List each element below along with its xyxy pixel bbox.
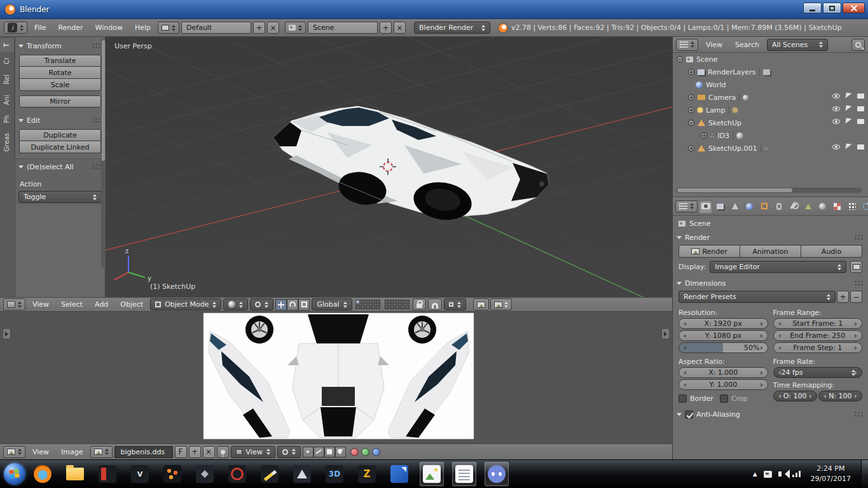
screen-layout-name[interactable]: Default [181, 22, 251, 34]
menu-render[interactable]: Render [53, 22, 88, 34]
render-animation-button[interactable]: Animation [740, 245, 801, 258]
properties-tab-material[interactable] [816, 200, 829, 213]
firefox-icon[interactable] [31, 462, 55, 486]
uv-pivot-dropdown[interactable] [277, 446, 301, 458]
remap-old-field[interactable]: O: 100 [773, 391, 817, 401]
tab-animation[interactable]: Ani [0, 90, 15, 110]
blue-channel-button[interactable] [372, 448, 380, 456]
selectability-cursor-icon[interactable] [845, 92, 851, 99]
threed-app-icon[interactable]: 3D [322, 462, 347, 486]
outliner-row-renderlayers[interactable]: RenderLayers [673, 66, 868, 78]
aspect-y-field[interactable]: Y: 1.000 [679, 379, 768, 390]
display-dropdown[interactable]: Image Editor [710, 261, 846, 273]
tool-shelf-scrollbar[interactable] [101, 39, 106, 268]
display-screen-button[interactable] [850, 261, 862, 273]
layers-grid-2[interactable] [385, 300, 410, 309]
expand-toggle[interactable] [701, 132, 707, 139]
editor-type-selector-properties[interactable] [675, 200, 698, 213]
uv-select-edge-button[interactable] [313, 447, 324, 457]
properties-tab-render[interactable] [699, 200, 712, 213]
remap-new-field[interactable]: N: 100 [818, 391, 862, 401]
deselect-panel-header[interactable]: (De)select All [18, 161, 102, 173]
menu-select[interactable]: Select [56, 298, 88, 310]
menu-outliner-view[interactable]: View [701, 39, 727, 51]
dimensions-panel-header[interactable]: Dimensions [673, 277, 868, 289]
menu-uv-image[interactable]: Image [56, 446, 88, 458]
expand-toggle[interactable] [688, 69, 694, 75]
outliner-h-scrollbar[interactable] [676, 188, 862, 193]
discord-icon[interactable] [485, 462, 509, 486]
transform-panel-header[interactable]: Transform [18, 40, 102, 52]
outliner-row-world[interactable]: World [673, 78, 868, 91]
image-pin-button[interactable] [217, 446, 229, 458]
render-panel-header[interactable]: Render [673, 231, 868, 244]
properties-tab-object[interactable] [757, 200, 771, 213]
uv-select-island-button[interactable] [335, 447, 346, 457]
scrollbar-thumb[interactable] [677, 188, 792, 192]
render-still-button[interactable]: Render [679, 245, 740, 258]
panel-drag-handle[interactable] [854, 280, 864, 287]
fake-user-button[interactable]: F [175, 446, 187, 458]
resolution-y-field[interactable]: Y: 1080 px [679, 330, 768, 341]
tab-tools[interactable]: T [0, 38, 15, 52]
mirror-button[interactable]: Mirror [19, 95, 101, 108]
outliner-search-button[interactable] [851, 39, 865, 51]
tray-expand-arrow[interactable]: ▲ [753, 471, 757, 477]
outliner-row-sketchup001[interactable]: SketchUp.001 [673, 142, 868, 155]
tab-physics[interactable]: Ph [0, 110, 15, 128]
visibility-eye-icon[interactable] [832, 106, 840, 111]
scene-add-button[interactable]: + [380, 22, 392, 34]
network-icon[interactable] [792, 471, 801, 477]
image-unlink-button[interactable]: × [203, 446, 215, 458]
translate-button[interactable]: Translate [19, 55, 101, 67]
panel-drag-handle[interactable] [854, 411, 864, 418]
start-frame-field[interactable]: Start Frame: 1 [773, 318, 863, 329]
green-channel-button[interactable] [361, 448, 369, 456]
expand-toggle[interactable] [688, 94, 694, 101]
properties-tab-scene[interactable] [728, 200, 741, 213]
layers-grid-1[interactable] [355, 300, 380, 309]
properties-tab-world[interactable] [743, 200, 756, 213]
outliner-row-camera[interactable]: Camera [673, 91, 868, 104]
uv-view-dropdown[interactable]: View [231, 446, 275, 458]
blue-app-icon[interactable] [387, 462, 411, 486]
menu-add[interactable]: Add [90, 298, 113, 310]
window-titlebar[interactable]: Blender [0, 0, 868, 19]
crop-checkbox[interactable] [720, 394, 728, 403]
region-toggle-arrow-left[interactable] [3, 328, 11, 339]
pivot-center-dropdown[interactable] [250, 298, 273, 310]
properties-tab-data[interactable] [801, 200, 815, 213]
visibility-eye-icon[interactable] [832, 144, 840, 150]
document-app-icon[interactable] [452, 462, 476, 486]
selectability-cursor-icon[interactable] [845, 105, 851, 111]
viewport-shading-dropdown[interactable] [223, 298, 248, 310]
collapse-toggle[interactable] [677, 56, 683, 62]
aspect-x-field[interactable]: X: 1.000 [679, 367, 768, 378]
edit-panel-header[interactable]: Edit [18, 115, 102, 127]
selectability-cursor-icon[interactable] [845, 118, 851, 124]
frame-step-field[interactable]: Frame Step: 1 [773, 342, 863, 353]
image-app-icon[interactable] [420, 462, 444, 486]
show-desktop-button[interactable] [861, 460, 868, 488]
mode-dropdown[interactable]: Object Mode [150, 298, 221, 310]
menu-object[interactable]: Object [115, 298, 148, 310]
tab-create[interactable]: Cr [0, 52, 15, 69]
menu-view[interactable]: View [27, 298, 54, 310]
editor-type-selector-3d[interactable] [3, 298, 25, 310]
renderability-camera-icon[interactable] [857, 119, 864, 124]
opengl-render-anim-button[interactable] [490, 298, 512, 310]
snap-toggle-button[interactable] [428, 298, 442, 310]
menu-help[interactable]: Help [130, 22, 156, 34]
explorer-icon[interactable] [63, 462, 87, 486]
menu-file[interactable]: File [29, 22, 51, 34]
maximize-button[interactable] [823, 3, 841, 13]
outliner-filter-dropdown[interactable]: All Scenes [767, 39, 828, 51]
scene-delete-button[interactable]: × [394, 22, 406, 34]
editor-type-selector-outliner[interactable] [676, 39, 698, 51]
pencil-app-icon[interactable] [258, 462, 282, 486]
renderability-camera-icon[interactable] [857, 144, 864, 150]
duplicate-button[interactable]: Duplicate [19, 129, 101, 141]
expand-toggle[interactable] [688, 145, 694, 151]
tray-app-icon[interactable] [764, 471, 772, 478]
screen-layout-browser[interactable] [158, 22, 179, 34]
